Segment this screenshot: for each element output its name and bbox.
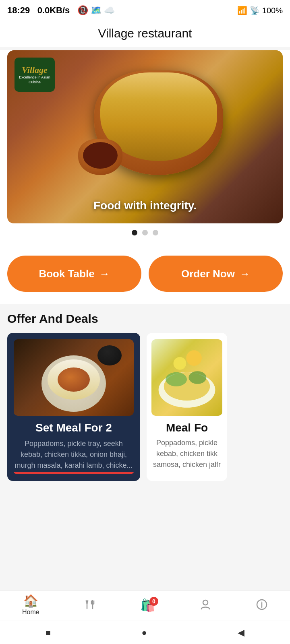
- menu-icon: [84, 599, 96, 613]
- red-bar: [14, 472, 134, 474]
- offer-card-1[interactable]: Set Meal For 2 Poppadoms, pickle tray, s…: [7, 333, 140, 481]
- village-logo: Village Excellence in Asian Cuisine: [14, 58, 55, 92]
- order-now-label: Order Now: [181, 268, 235, 280]
- svg-point-11: [261, 601, 262, 603]
- info-icon: [256, 599, 268, 613]
- status-time-network: 18:29 0.0KB/s 📵 🗺️ ☁️: [7, 5, 115, 16]
- order-now-button[interactable]: Order Now →: [149, 256, 283, 292]
- offer-card-2-desc: Poppadoms, pickle kebab, chicken tikk sa…: [151, 438, 222, 470]
- book-table-button[interactable]: Book Table →: [7, 256, 141, 292]
- hero-image: Village Excellence in Asian Cuisine Food…: [7, 50, 283, 223]
- svg-point-4: [166, 372, 187, 386]
- battery-text: 100%: [262, 6, 283, 15]
- signal-icon: 📶: [237, 6, 247, 15]
- offer-card-1-image: [14, 339, 134, 416]
- plate: [41, 355, 106, 412]
- status-bar: 18:29 0.0KB/s 📵 🗺️ ☁️ 📶 📡 100%: [0, 0, 290, 21]
- status-right-icons: 📶 📡 100%: [237, 6, 283, 15]
- food-illustration: [151, 339, 222, 416]
- logo-text: Village: [22, 65, 48, 75]
- android-back-btn[interactable]: ◀: [238, 627, 244, 638]
- offers-scroll: Set Meal For 2 Poppadoms, pickle tray, s…: [7, 333, 283, 481]
- nav-item-menu[interactable]: [84, 599, 96, 613]
- plate-curry: [58, 367, 90, 392]
- carousel-dot-1[interactable]: [132, 230, 137, 235]
- carousel-dot-2[interactable]: [142, 230, 148, 235]
- svg-point-2: [186, 350, 202, 366]
- offers-section: Offer And Deals Set Meal For 2 Poppadoms…: [0, 304, 290, 481]
- offer-card-1-title: Set Meal For 2: [14, 421, 134, 434]
- carousel-dot-3[interactable]: [153, 230, 158, 235]
- svg-point-3: [174, 357, 186, 370]
- order-now-arrow-icon: →: [240, 268, 250, 280]
- offer-card-2-title: Meal Fo: [151, 421, 222, 434]
- status-time: 18:29: [7, 5, 30, 15]
- nav-item-profile[interactable]: [199, 599, 211, 613]
- status-icons: 📵 🗺️ ☁️: [77, 5, 115, 15]
- offers-title: Offer And Deals: [7, 312, 283, 326]
- biryani-illustration: [90, 62, 227, 183]
- book-table-label: Book Table: [39, 268, 94, 280]
- status-network: 0.0KB/s: [37, 5, 70, 15]
- sauce-inner: [83, 142, 118, 169]
- nav-item-info[interactable]: [256, 599, 268, 613]
- nav-item-cart[interactable]: 🛍️ 0: [140, 599, 155, 611]
- dark-bowl: [97, 345, 122, 365]
- profile-icon: [199, 599, 211, 613]
- app-title: Village restaurant: [0, 27, 290, 40]
- android-square-btn[interactable]: ■: [46, 627, 51, 638]
- book-table-arrow-icon: →: [99, 268, 110, 280]
- hero-section: Village Excellence in Asian Cuisine Food…: [0, 50, 290, 244]
- offer-card-2[interactable]: Meal Fo Poppadoms, pickle kebab, chicken…: [147, 333, 227, 481]
- app-header: Village restaurant: [0, 21, 290, 47]
- home-icon: 🏠: [23, 595, 38, 607]
- hero-caption: Food with integrity.: [7, 199, 283, 212]
- bottom-nav: 🏠 Home 🛍️ 0: [0, 590, 290, 621]
- offer-card-1-desc: Poppadoms, pickle tray, seekh kebab, chi…: [14, 438, 134, 471]
- android-nav: ■ ● ◀: [0, 621, 290, 644]
- sauce-bowl: [78, 139, 122, 175]
- nav-item-home[interactable]: 🏠 Home: [22, 595, 39, 616]
- hero-bg: Village Excellence in Asian Cuisine Food…: [7, 50, 283, 223]
- cart-badge: 0: [149, 597, 158, 606]
- action-buttons: Book Table → Order Now →: [0, 244, 290, 304]
- android-circle-btn[interactable]: ●: [142, 627, 147, 638]
- svg-point-8: [203, 600, 208, 605]
- offer-card-2-image: [151, 339, 222, 416]
- nav-home-label: Home: [22, 609, 39, 616]
- logo-sub: Excellence in Asian Cuisine: [14, 75, 55, 85]
- wifi-icon: 📡: [250, 6, 260, 15]
- carousel-dots: [7, 223, 283, 235]
- svg-point-5: [188, 371, 206, 384]
